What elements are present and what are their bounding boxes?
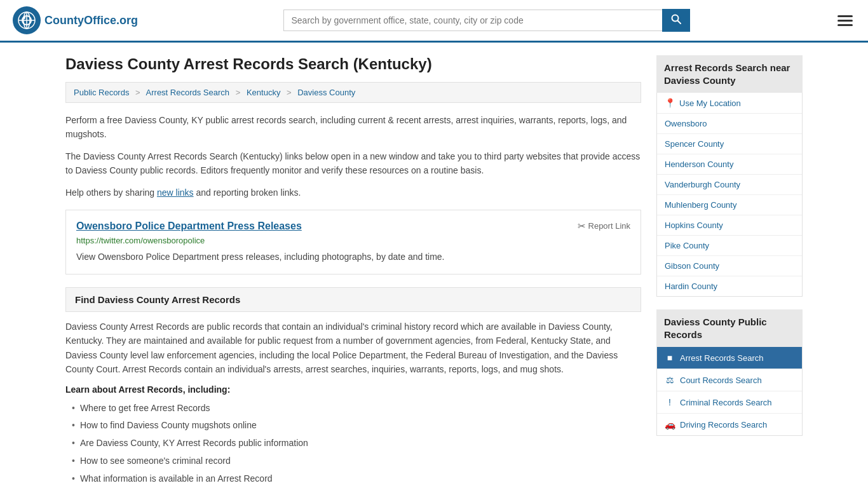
sidebar-public-records: ■ Arrest Records Search ⚖ Court Records …: [656, 347, 803, 436]
use-location-link[interactable]: Use My Location: [679, 98, 741, 108]
main-container: Daviess County Arrest Records Search (Ke…: [53, 43, 815, 488]
logo-text: CountyOffice.org: [44, 14, 138, 27]
search-input[interactable]: [283, 10, 662, 31]
logo-icon: [13, 6, 41, 34]
find-section-body: Daviess County Arrest Records are public…: [65, 320, 641, 377]
sidebar-court-records[interactable]: ⚖ Court Records Search: [657, 369, 802, 391]
sidebar-public-records-title: Daviess County Public Records: [656, 309, 803, 347]
search-area: [283, 9, 690, 32]
scissors-icon: ✂: [578, 220, 586, 232]
pin-icon: 📍: [665, 98, 675, 108]
breadcrumb-arrest-records[interactable]: Arrest Records Search: [146, 88, 230, 97]
driving-records-icon: 🚗: [665, 419, 675, 430]
report-link-button[interactable]: ✂ Report Link: [578, 220, 630, 232]
learn-title: Learn about Arrest Records, including:: [65, 384, 641, 395]
sidebar-link-pike[interactable]: Pike County: [657, 236, 802, 256]
criminal-records-label: Criminal Records Search: [680, 398, 772, 407]
sidebar-nearby-links: 📍 Use My Location Owensboro Spencer Coun…: [656, 93, 803, 297]
breadcrumb-kentucky[interactable]: Kentucky: [247, 88, 280, 97]
sidebar-link-vanderburgh[interactable]: Vanderburgh County: [657, 175, 802, 195]
breadcrumb: Public Records > Arrest Records Search >…: [65, 82, 641, 103]
arrest-records-icon: ■: [665, 353, 675, 363]
use-my-location[interactable]: 📍 Use My Location: [657, 93, 802, 114]
header: CountyOffice.org: [0, 0, 868, 43]
svg-line-7: [677, 21, 681, 24]
new-links-link[interactable]: new links: [157, 187, 194, 198]
criminal-records-icon: !: [665, 397, 675, 407]
intro-para3-suffix: and reporting broken links.: [194, 187, 301, 198]
intro-para3-prefix: Help others by sharing: [65, 187, 157, 198]
link-card: Owensboro Police Department Press Releas…: [65, 210, 641, 274]
svg-point-5: [23, 17, 25, 19]
sidebar-arrest-records[interactable]: ■ Arrest Records Search: [657, 347, 802, 369]
court-records-label: Court Records Search: [680, 376, 762, 385]
menu-button[interactable]: [835, 13, 855, 29]
link-card-desc: View Owensboro Police Department press r…: [76, 250, 630, 264]
arrest-records-label: Arrest Records Search: [680, 353, 764, 363]
sidebar-link-gibson[interactable]: Gibson County: [657, 256, 802, 276]
sidebar-criminal-records[interactable]: ! Criminal Records Search: [657, 391, 802, 414]
intro-para2: The Daviess County Arrest Records Search…: [65, 149, 641, 178]
sidebar-link-owensboro[interactable]: Owensboro: [657, 114, 802, 134]
list-item: How to see someone's criminal record: [72, 452, 641, 470]
list-item: Where to get free Arrest Records: [72, 400, 641, 417]
sidebar-link-hopkins[interactable]: Hopkins County: [657, 215, 802, 236]
link-card-header: Owensboro Police Department Press Releas…: [76, 220, 630, 232]
content-area: Daviess County Arrest Records Search (Ke…: [65, 55, 641, 488]
sidebar-link-spencer[interactable]: Spencer County: [657, 134, 802, 154]
logo-area: CountyOffice.org: [13, 6, 138, 34]
page-title: Daviess County Arrest Records Search (Ke…: [65, 55, 641, 73]
intro-para1: Perform a free Daviess County, KY public…: [65, 113, 641, 142]
sidebar-link-hardin[interactable]: Hardin County: [657, 276, 802, 296]
search-button[interactable]: [662, 9, 690, 32]
list-item: Are Daviess County, KY Arrest Records pu…: [72, 435, 641, 452]
sidebar-link-henderson[interactable]: Henderson County: [657, 154, 802, 175]
sidebar-link-muhlenberg[interactable]: Muhlenberg County: [657, 195, 802, 215]
driving-records-label: Driving Records Search: [680, 420, 767, 430]
sidebar-driving-records[interactable]: 🚗 Driving Records Search: [657, 414, 802, 435]
intro-para3: Help others by sharing new links and rep…: [65, 186, 641, 200]
sidebar: Arrest Records Search near Daviess Count…: [656, 55, 803, 488]
link-card-title[interactable]: Owensboro Police Department Press Releas…: [76, 220, 302, 232]
find-section-heading: Find Daviess County Arrest Records: [65, 287, 641, 312]
link-card-url[interactable]: https://twitter.com/owensboropolice: [76, 236, 630, 245]
list-item: How to find Daviess County mugshots onli…: [72, 417, 641, 435]
breadcrumb-daviess-county[interactable]: Daviess County: [297, 88, 355, 97]
list-item: What information is available in an Arre…: [72, 470, 641, 488]
court-records-icon: ⚖: [665, 375, 675, 385]
learn-list: Where to get free Arrest Records How to …: [65, 400, 641, 488]
breadcrumb-public-records[interactable]: Public Records: [74, 88, 129, 97]
sidebar-nearby-title: Arrest Records Search near Daviess Count…: [656, 55, 803, 93]
